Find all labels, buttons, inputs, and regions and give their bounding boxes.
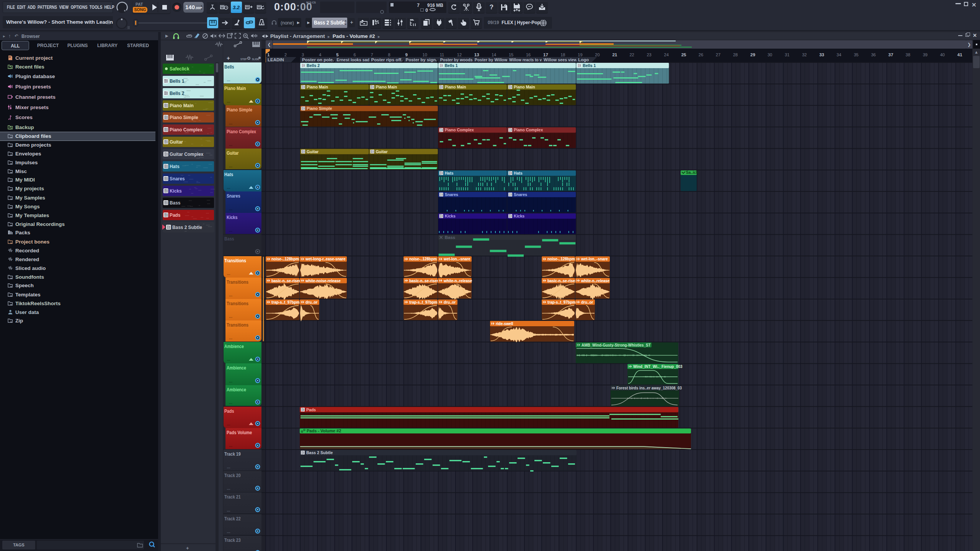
svg-text:Piano Main: Piano Main xyxy=(514,85,535,89)
svg-text:Ernest looks sadly: Ernest looks sadly xyxy=(336,57,373,62)
svg-text:Bass: Bass xyxy=(445,235,456,240)
svg-text:dru..or: dru..or xyxy=(305,300,317,304)
svg-text:14: 14 xyxy=(492,52,496,57)
svg-text:Kicks: Kicks xyxy=(445,214,456,218)
svg-text:Poster rips off.: Poster rips off. xyxy=(371,57,402,62)
svg-text:trap-s..t_97bpm: trap-s..t_97bpm xyxy=(271,300,300,304)
svg-text:basic-n..se-riser: basic-n..se-riser xyxy=(409,278,438,283)
svg-text:6: 6 xyxy=(353,52,356,57)
svg-text:28: 28 xyxy=(733,52,738,57)
svg-text:Sa..ick: Sa..ick xyxy=(686,170,698,175)
svg-text:trap-s..t_97bpm: trap-s..t_97bpm xyxy=(547,300,576,304)
svg-text:27: 27 xyxy=(716,52,720,57)
svg-text:Guitar: Guitar xyxy=(376,149,388,154)
svg-text:trap-s..t_97bpm: trap-s..t_97bpm xyxy=(409,300,438,304)
svg-text:21: 21 xyxy=(612,52,617,57)
svg-text:31: 31 xyxy=(785,52,789,57)
svg-text:2: 2 xyxy=(284,52,287,57)
svg-text:Bells 2: Bells 2 xyxy=(307,63,320,68)
svg-text:wet-long-r..ease-snare: wet-long-r..ease-snare xyxy=(305,257,346,262)
svg-text:Piano Main: Piano Main xyxy=(307,85,328,89)
svg-text:Pads: Pads xyxy=(306,407,316,412)
svg-text:AMB_Wind-Gusty-Strong-Whistles: AMB_Wind-Gusty-Strong-Whistles_ST xyxy=(581,343,651,347)
svg-text:30: 30 xyxy=(768,52,772,57)
svg-text:1: 1 xyxy=(267,52,270,57)
svg-text:white-n..release: white-n..release xyxy=(443,278,472,283)
svg-text:20: 20 xyxy=(595,52,599,57)
svg-text:13: 13 xyxy=(474,52,479,57)
svg-text:40: 40 xyxy=(940,52,945,57)
svg-text:15: 15 xyxy=(509,52,513,57)
svg-text:white-n..release: white-n..release xyxy=(581,278,609,283)
svg-text:Bells 1: Bells 1 xyxy=(445,63,458,68)
svg-text:noise-..128bpm: noise-..128bpm xyxy=(409,257,437,262)
svg-text:Hats: Hats xyxy=(445,170,454,175)
svg-text:Guitar: Guitar xyxy=(307,149,319,154)
svg-text:noise-..128bpm: noise-..128bpm xyxy=(271,257,299,262)
svg-text:33: 33 xyxy=(819,52,824,57)
svg-text:4: 4 xyxy=(319,52,321,57)
svg-text:Pads - Volume #2: Pads - Volume #2 xyxy=(307,428,341,433)
svg-text:Wind_INT_Wi.._Fienup_003: Wind_INT_Wi.._Fienup_003 xyxy=(633,364,683,369)
svg-text:36: 36 xyxy=(871,52,875,57)
svg-text:35: 35 xyxy=(854,52,858,57)
svg-text:ride-swell: ride-swell xyxy=(496,322,513,326)
svg-text:23: 23 xyxy=(647,52,652,57)
svg-text:Piano Main: Piano Main xyxy=(445,85,466,89)
svg-text:38: 38 xyxy=(906,52,910,57)
svg-text:LEADIN: LEADIN xyxy=(268,57,284,62)
svg-text:Bells 1: Bells 1 xyxy=(583,63,596,68)
svg-text:16: 16 xyxy=(526,52,531,57)
svg-text:37: 37 xyxy=(889,52,893,57)
svg-text:Willow reacts to vi: Willow reacts to vi xyxy=(509,57,543,62)
svg-text:Piano Complex: Piano Complex xyxy=(514,128,543,132)
svg-text:Willow sees view.: Willow sees view. xyxy=(544,57,578,62)
svg-text:22: 22 xyxy=(630,52,634,57)
svg-text:25: 25 xyxy=(681,52,686,57)
svg-text:Poster by woods.: Poster by woods. xyxy=(440,57,474,62)
svg-text:Snares: Snares xyxy=(514,192,527,197)
svg-text:Piano Simple: Piano Simple xyxy=(307,106,332,111)
svg-text:19: 19 xyxy=(578,52,582,57)
svg-text:basic-n..se-riser: basic-n..se-riser xyxy=(547,278,577,283)
svg-text:7: 7 xyxy=(371,52,373,57)
svg-text:11: 11 xyxy=(440,52,444,57)
svg-text:34: 34 xyxy=(836,52,841,57)
svg-text:29: 29 xyxy=(750,52,755,57)
svg-text:Poster by sign.: Poster by sign. xyxy=(406,57,437,62)
svg-text:Snares: Snares xyxy=(445,192,458,197)
svg-text:wet-lon..-snare: wet-lon..-snare xyxy=(443,257,470,262)
svg-text:12: 12 xyxy=(457,52,462,57)
svg-text:wet-lon..-snare: wet-lon..-snare xyxy=(581,257,608,262)
svg-text:9: 9 xyxy=(405,52,408,57)
svg-text:5: 5 xyxy=(336,52,339,57)
svg-text:noise-..128bpm: noise-..128bpm xyxy=(547,257,575,262)
svg-text:Kicks: Kicks xyxy=(514,214,524,218)
svg-text:white-noise-release: white-noise-release xyxy=(305,278,341,283)
svg-text:Bass 2 Subtle: Bass 2 Subtle xyxy=(306,450,333,455)
svg-text:41: 41 xyxy=(957,52,962,57)
svg-text:Poster by Willow.: Poster by Willow. xyxy=(475,57,508,62)
svg-text:32: 32 xyxy=(802,52,807,57)
svg-text:26: 26 xyxy=(699,52,703,57)
svg-text:8: 8 xyxy=(388,52,390,57)
svg-text:39: 39 xyxy=(923,52,928,57)
svg-text:3: 3 xyxy=(302,52,304,57)
svg-text:Logo: Logo xyxy=(578,57,589,62)
svg-text:Hats: Hats xyxy=(514,170,523,175)
svg-text:10: 10 xyxy=(423,52,427,57)
svg-text:Forest birds ins..er away_1203: Forest birds ins..er away_120308_03 xyxy=(616,386,682,391)
svg-text:Piano Complex: Piano Complex xyxy=(445,128,474,132)
svg-text:Poster on pole.: Poster on pole. xyxy=(302,57,334,62)
svg-text:24: 24 xyxy=(664,52,669,57)
svg-text:basic-n..se-riser: basic-n..se-riser xyxy=(271,278,301,283)
svg-text:17: 17 xyxy=(543,52,548,57)
svg-text:dru..or: dru..or xyxy=(581,300,593,304)
svg-text:Piano Main: Piano Main xyxy=(376,85,397,89)
svg-text:dru..or: dru..or xyxy=(444,300,456,304)
svg-text:18: 18 xyxy=(560,52,565,57)
